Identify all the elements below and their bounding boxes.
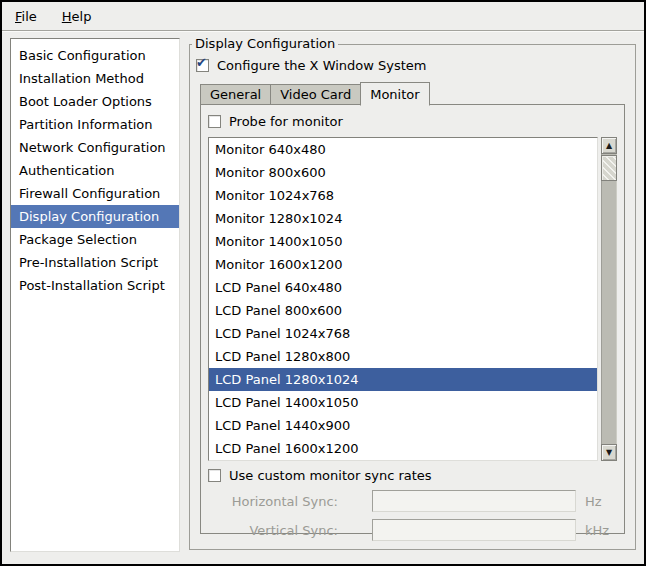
sidebar-item-firewall-configuration[interactable]: Firewall Configuration [11,182,179,205]
monitor-list-area: Monitor 640x480 Monitor 800x600 Monitor … [208,137,617,461]
sidebar-item-partition-information[interactable]: Partition Information [11,113,179,136]
monitor-list-item[interactable]: Monitor 640x480 [209,138,597,161]
monitor-list-item[interactable]: LCD Panel 800x600 [209,299,597,322]
monitor-list-item[interactable]: LCD Panel 1600x1200 [209,437,597,460]
vertical-scrollbar[interactable]: ▲ ▼ [601,137,617,461]
sidebar-item-pre-installation-script[interactable]: Pre-Installation Script [11,251,179,274]
monitor-list-item[interactable]: LCD Panel 1440x900 [209,414,597,437]
display-notebook: General Video Card Monitor Probe for mon… [200,82,625,534]
scroll-up-icon: ▲ [606,141,612,150]
custom-sync-label: Use custom monitor sync rates [229,468,432,483]
scroll-up-button[interactable]: ▲ [601,137,617,154]
monitor-list-item[interactable]: LCD Panel 640x480 [209,276,597,299]
tab-bar: General Video Card Monitor [200,82,625,105]
sidebar-item-network-configuration[interactable]: Network Configuration [11,136,179,159]
configure-x-label: Configure the X Window System [217,58,427,73]
vertical-sync-row: Vertical Sync: kHz [208,519,617,541]
sidebar-item-authentication[interactable]: Authentication [11,159,179,182]
scroll-down-icon: ▼ [606,448,612,457]
display-configuration-pane: Display Configuration ✔ Configure the X … [189,38,636,552]
tab-video-card[interactable]: Video Card [270,84,361,105]
menu-bar: File Help [2,2,644,30]
sidebar-item-package-selection[interactable]: Package Selection [11,228,179,251]
sidebar-item-display-configuration[interactable]: Display Configuration [11,205,179,228]
probe-checkbox-row[interactable]: Probe for monitor [208,114,617,129]
monitor-list-item[interactable]: LCD Panel 1280x800 [209,345,597,368]
sidebar-item-boot-loader-options[interactable]: Boot Loader Options [11,90,179,113]
app-window: File Help Basic Configuration Installati… [0,0,646,566]
probe-checkbox[interactable] [208,115,221,128]
frame-title: Display Configuration [192,36,338,51]
monitor-list-item[interactable]: Monitor 1400x1050 [209,230,597,253]
monitor-list-item[interactable]: Monitor 1024x768 [209,184,597,207]
tab-general[interactable]: General [200,84,271,105]
configure-x-checkbox[interactable]: ✔ [196,59,209,72]
horizontal-sync-label: Horizontal Sync: [208,494,338,509]
scroll-down-button[interactable]: ▼ [601,444,617,461]
vertical-sync-input [372,519,576,541]
tab-monitor[interactable]: Monitor [360,82,429,106]
configure-x-checkbox-row[interactable]: ✔ Configure the X Window System [196,58,629,73]
menu-file[interactable]: File [15,9,37,24]
scrollbar-trough[interactable] [601,154,617,444]
vertical-sync-unit: kHz [585,523,617,538]
scrollbar-thumb[interactable] [601,155,617,181]
monitor-list: Monitor 640x480 Monitor 800x600 Monitor … [208,137,598,461]
main-content: Basic Configuration Installation Method … [2,32,644,564]
monitor-list-item[interactable]: LCD Panel 1400x1050 [209,391,597,414]
probe-label: Probe for monitor [229,114,343,129]
menu-help[interactable]: Help [62,9,92,24]
custom-sync-checkbox[interactable] [208,469,221,482]
horizontal-sync-input [372,490,576,512]
display-configuration-frame: Display Configuration ✔ Configure the X … [189,44,636,550]
sidebar-item-basic-configuration[interactable]: Basic Configuration [11,44,179,67]
monitor-list-item[interactable]: Monitor 1280x1024 [209,207,597,230]
monitor-list-item-selected[interactable]: LCD Panel 1280x1024 [209,368,597,391]
custom-sync-checkbox-row[interactable]: Use custom monitor sync rates [208,468,617,483]
sidebar-item-installation-method[interactable]: Installation Method [11,67,179,90]
horizontal-sync-unit: Hz [585,494,617,509]
horizontal-sync-row: Horizontal Sync: Hz [208,490,617,512]
sidebar-item-post-installation-script[interactable]: Post-Installation Script [11,274,179,297]
monitor-list-item[interactable]: Monitor 1600x1200 [209,253,597,276]
monitor-list-item[interactable]: Monitor 800x600 [209,161,597,184]
checkmark-icon: ✔ [196,56,207,69]
monitor-tab-panel: Probe for monitor Monitor 640x480 Monito… [200,104,625,534]
section-list: Basic Configuration Installation Method … [10,38,180,552]
monitor-list-item[interactable]: LCD Panel 1024x768 [209,322,597,345]
vertical-sync-label: Vertical Sync: [208,523,338,538]
